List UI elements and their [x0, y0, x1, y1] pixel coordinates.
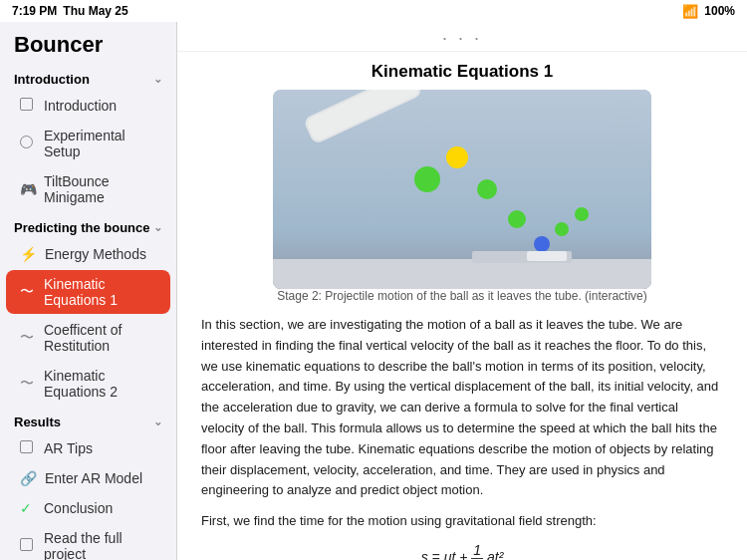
section-header-predicting[interactable]: Predicting the bounce ⌄ [0, 212, 176, 239]
chevron-icon-predicting: ⌄ [153, 221, 162, 234]
sidebar-label-tiltbounce: TiltBounce Minigame [44, 173, 156, 205]
stage-image-wrapper: Stage 2: Projectile motion of the ball a… [201, 90, 723, 303]
svg-point-11 [575, 207, 589, 221]
wave-icon-2: 〜 [20, 329, 36, 347]
status-left: 7:19 PM Thu May 25 [12, 4, 128, 18]
sidebar-item-kinematic2[interactable]: 〜 Kinematic Equations 2 [6, 362, 170, 406]
main-content: · · · Kinematic Equations 1 [177, 22, 747, 560]
sidebar-item-tiltbounce[interactable]: 🎮 TiltBounce Minigame [6, 167, 170, 211]
rect-icon [20, 98, 36, 114]
chevron-icon-results: ⌄ [153, 416, 162, 428]
wave-icon-1: 〜 [20, 283, 36, 301]
link-icon: 🔗 [20, 470, 37, 486]
sidebar-label-ar-tips: AR Tips [44, 440, 93, 456]
status-right: 📶 100% [682, 4, 735, 19]
app-title: Bouncer [0, 22, 176, 64]
svg-point-10 [555, 222, 569, 236]
section-header-introduction[interactable]: Introduction ⌄ [0, 64, 176, 91]
svg-point-5 [414, 166, 440, 192]
sidebar-item-introduction[interactable]: Introduction [6, 92, 170, 120]
sidebar-label-full-project: Read the full project [44, 530, 156, 560]
section-label-introduction: Introduction [14, 72, 90, 87]
wave-icon-3: 〜 [20, 375, 36, 393]
top-bar: · · · [177, 22, 747, 52]
sidebar-label-ar-model: Enter AR Model [45, 470, 142, 486]
check-icon: ✓ [20, 500, 36, 516]
svg-point-7 [477, 179, 497, 199]
svg-rect-1 [273, 259, 651, 289]
section-label-predicting: Predicting the bounce [14, 220, 150, 235]
sidebar-item-energy[interactable]: ⚡ Energy Methods [6, 240, 170, 268]
app-container: Bouncer Introduction ⌄ Introduction Expe… [0, 22, 747, 560]
sidebar-label-coeff: Coefficent of Restitution [44, 322, 156, 354]
rect-icon-2 [20, 440, 36, 456]
top-dots: · · · [442, 28, 482, 49]
sidebar-item-experimental-setup[interactable]: Experimental Setup [6, 122, 170, 165]
sidebar-item-kinematic1[interactable]: 〜 Kinematic Equations 1 [6, 270, 170, 314]
chevron-icon-introduction: ⌄ [153, 73, 162, 86]
sidebar: Bouncer Introduction ⌄ Introduction Expe… [0, 22, 177, 560]
content-inner: Kinematic Equations 1 [177, 52, 747, 560]
content-title: Kinematic Equations 1 [201, 62, 723, 82]
lightning-icon: ⚡ [20, 246, 37, 262]
rect-icon-3 [20, 538, 36, 554]
wifi-icon: 📶 [682, 4, 698, 19]
sidebar-label-kinematic1: Kinematic Equations 1 [44, 276, 156, 308]
paragraph-2: First, we find the time for the motion u… [201, 511, 723, 532]
sidebar-label-kinematic2: Kinematic Equations 2 [44, 368, 156, 400]
sidebar-item-full-project[interactable]: Read the full project [6, 524, 170, 560]
sidebar-item-conclusion[interactable]: ✓ Conclusion [6, 494, 170, 522]
date: Thu May 25 [63, 4, 127, 18]
scene-svg [273, 90, 651, 289]
time: 7:19 PM [12, 4, 57, 18]
math-1: s = ut + 1 2 at² [201, 542, 723, 560]
battery-label: 100% [704, 4, 735, 18]
sidebar-label-conclusion: Conclusion [44, 500, 113, 516]
paragraph-1: In this section, we are investigating th… [201, 315, 723, 501]
sidebar-label-experimental-setup: Experimental Setup [44, 128, 156, 159]
svg-rect-12 [527, 251, 567, 261]
section-header-results[interactable]: Results ⌄ [0, 407, 176, 433]
svg-point-6 [446, 146, 468, 168]
sidebar-label-introduction: Introduction [44, 98, 117, 114]
status-bar: 7:19 PM Thu May 25 📶 100% [0, 0, 747, 22]
section-label-results: Results [14, 415, 61, 429]
svg-point-8 [508, 210, 526, 228]
game-icon: 🎮 [20, 181, 36, 197]
sidebar-label-energy: Energy Methods [45, 246, 146, 262]
svg-point-9 [534, 236, 550, 252]
sidebar-item-ar-model[interactable]: 🔗 Enter AR Model [6, 464, 170, 492]
sidebar-item-ar-tips[interactable]: AR Tips [6, 434, 170, 462]
stage-image[interactable] [273, 90, 651, 289]
sidebar-item-coeff[interactable]: 〜 Coefficent of Restitution [6, 316, 170, 360]
stage-caption: Stage 2: Projectile motion of the ball a… [201, 289, 723, 303]
circle-icon [20, 136, 36, 151]
